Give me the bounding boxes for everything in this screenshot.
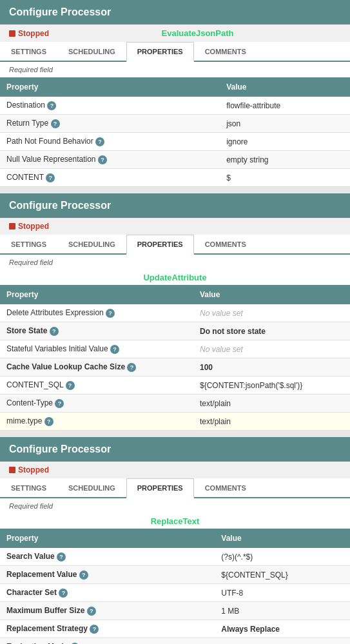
property-name-cell: Search Value ? (0, 548, 215, 566)
property-value-cell: ignore (220, 133, 350, 151)
tab-comments[interactable]: COMMENTS (194, 478, 257, 497)
property-value: json (226, 119, 240, 128)
property-value-cell: No value set (193, 304, 350, 322)
property-value: Always Replace (221, 625, 280, 634)
table-row: Replacement Value ?${CONTENT_SQL} (0, 566, 350, 584)
property-name: Delete Attributes Expression (6, 308, 104, 317)
property-name-cell: Store State ? (0, 322, 193, 340)
property-name-cell: Evaluation Mode ? (0, 638, 215, 645)
help-icon[interactable]: ? (79, 571, 88, 580)
table-column-header: Value (220, 77, 350, 97)
property-value-cell: (?s)(^.*$) (215, 548, 350, 566)
help-icon[interactable]: ? (59, 589, 68, 598)
help-icon[interactable]: ? (127, 363, 136, 372)
properties-table: PropertyValueSearch Value ?(?s)(^.*$)Rep… (0, 529, 350, 644)
table-row: Store State ?Do not store state (0, 322, 350, 340)
property-value-cell: ${CONTENT_SQL} (215, 566, 350, 584)
tab-scheduling[interactable]: SCHEDULING (57, 42, 126, 61)
help-icon[interactable]: ? (90, 625, 99, 634)
tab-settings[interactable]: SETTINGS (0, 235, 57, 253)
property-value: text/plain (200, 417, 231, 426)
property-name-cell: Content-Type ? (0, 395, 193, 413)
tab-settings[interactable]: SETTINGS (0, 42, 57, 61)
table-row: Maximum Buffer Size ?1 MB (0, 602, 350, 620)
help-icon[interactable]: ? (87, 607, 96, 616)
tab-scheduling[interactable]: SCHEDULING (57, 478, 126, 497)
help-icon[interactable]: ? (44, 417, 53, 426)
property-value: 100 (200, 363, 213, 372)
property-value: $ (226, 173, 231, 182)
configure-header: Configure Processor (0, 437, 350, 462)
property-name: Content-Type (6, 398, 53, 407)
tab-settings[interactable]: SETTINGS (0, 478, 57, 497)
table-column-header: Value (193, 285, 350, 304)
help-icon[interactable]: ? (110, 345, 119, 354)
property-name: Store State (6, 326, 47, 335)
property-name-cell: mime.type ? (0, 413, 193, 431)
property-name: CONTENT_SQL (6, 380, 63, 389)
help-icon[interactable]: ? (66, 381, 75, 390)
property-value: No value set (200, 309, 243, 318)
table-column-header: Property (0, 285, 193, 304)
configure-block-2: Configure ProcessorStoppedSETTINGSSCHEDU… (0, 437, 350, 644)
property-name-cell: Maximum Buffer Size ? (0, 602, 215, 620)
tab-properties[interactable]: PROPERTIES (126, 235, 194, 255)
property-name-cell: CONTENT_SQL ? (0, 376, 193, 395)
status-stopped: Stopped (9, 465, 49, 474)
property-value-cell: Entire text (215, 638, 350, 645)
help-icon[interactable]: ? (55, 399, 64, 408)
help-icon[interactable]: ? (106, 309, 115, 318)
property-name-cell: Null Value Representation ? (0, 151, 220, 169)
help-icon[interactable]: ? (95, 137, 104, 146)
help-icon[interactable]: ? (57, 552, 66, 561)
required-field-label: Required field (0, 498, 350, 514)
property-value-cell: text/plain (193, 413, 350, 431)
table-row: Stateful Variables Initial Value ?No val… (0, 340, 350, 358)
property-name-cell: Path Not Found Behavior ? (0, 133, 220, 151)
property-value-cell: flowfile-attribute (220, 97, 350, 115)
property-name-cell: Stateful Variables Initial Value ? (0, 340, 193, 358)
property-name-cell: Replacement Strategy ? (0, 620, 215, 638)
property-name: Maximum Buffer Size (6, 606, 84, 615)
property-value: ignore (226, 137, 248, 146)
property-name-cell: Delete Attributes Expression ? (0, 304, 193, 322)
tab-scheduling[interactable]: SCHEDULING (57, 235, 126, 253)
table-row: Evaluation Mode ?Entire text (0, 638, 350, 645)
tab-comments[interactable]: COMMENTS (194, 235, 257, 253)
table-row: mime.type ?text/plain (0, 413, 350, 431)
required-field-text: Required field (9, 259, 53, 266)
help-icon[interactable]: ? (47, 101, 56, 110)
tab-comments[interactable]: COMMENTS (194, 42, 257, 61)
tab-properties[interactable]: PROPERTIES (126, 478, 194, 498)
tabs: SETTINGSSCHEDULINGPROPERTIESCOMMENTS (0, 42, 350, 62)
property-name: Replacement Value (6, 570, 77, 579)
table-row: Path Not Found Behavior ?ignore (0, 133, 350, 151)
table-row: Return Type ?json (0, 115, 350, 133)
property-value: No value set (200, 345, 243, 354)
table-row: CONTENT ?$ (0, 169, 350, 187)
help-icon[interactable]: ? (51, 119, 60, 128)
property-name: Stateful Variables Initial Value (6, 344, 108, 353)
configure-header: Configure Processor (0, 0, 350, 24)
property-value: Do not store state (200, 327, 266, 336)
help-icon[interactable]: ? (98, 155, 107, 164)
property-value-cell: text/plain (193, 395, 350, 413)
table-row: Destination ?flowfile-attribute (0, 97, 350, 115)
properties-table: PropertyValueDelete Attributes Expressio… (0, 285, 350, 431)
property-value-cell: No value set (193, 340, 350, 358)
help-icon[interactable]: ? (46, 173, 55, 182)
property-value: ${CONTENT_SQL} (221, 571, 287, 580)
status-bar: Stopped (0, 218, 350, 235)
help-icon[interactable]: ? (50, 327, 59, 336)
table-row: Character Set ?UTF-8 (0, 584, 350, 602)
property-name: mime.type (6, 416, 42, 425)
status-bar: StoppedEvaluateJsonPath (0, 24, 350, 42)
tab-properties[interactable]: PROPERTIES (126, 42, 194, 62)
tabs: SETTINGSSCHEDULINGPROPERTIESCOMMENTS (0, 235, 350, 255)
property-name-cell: Replacement Value ? (0, 566, 215, 584)
property-value-cell: 100 (193, 358, 350, 376)
tab-content: Required fieldUpdateAttributePropertyVal… (0, 255, 350, 431)
tab-content: Required fieldReplaceTextPropertyValueSe… (0, 498, 350, 644)
table-row: Search Value ?(?s)(^.*$) (0, 548, 350, 566)
property-value-cell: UTF-8 (215, 584, 350, 602)
